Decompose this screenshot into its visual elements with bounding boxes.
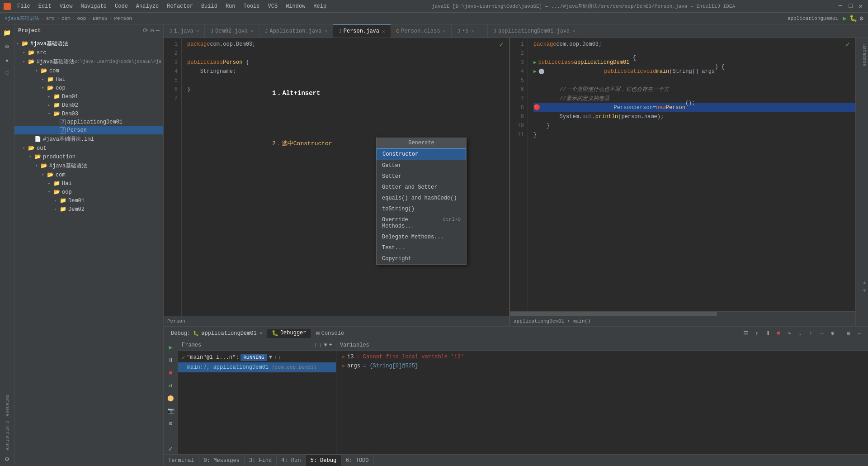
- tree-item-production[interactable]: ▾📂production: [14, 152, 163, 161]
- tab-Person-java[interactable]: JPerson.java✕: [333, 24, 391, 38]
- frame-down-arrow[interactable]: ↓: [278, 354, 281, 361]
- debug-tool-run-cursor[interactable]: →: [817, 328, 827, 338]
- menu-item-vcs[interactable]: VCS: [264, 2, 282, 10]
- debug-settings-btn[interactable]: ⚙: [165, 418, 176, 429]
- menu-item-equals-hashcode[interactable]: equals() and hashCode(): [377, 193, 466, 204]
- menu-item-run[interactable]: Run: [222, 2, 239, 10]
- menu-item-refactor[interactable]: Refactor: [163, 2, 197, 10]
- debug-tab-console[interactable]: ▤ Console: [311, 329, 349, 338]
- left-code-editor[interactable]: ✓ 1234567 package com.oop.Dem03; public …: [164, 38, 510, 326]
- menu-item-build[interactable]: Build: [198, 2, 221, 10]
- bottom-tab-0--Messages[interactable]: 0: Messages: [199, 455, 245, 466]
- variable-args[interactable]: ⊙ args = {String[0]@525}: [336, 361, 868, 371]
- menu-item-setter[interactable]: Setter: [377, 171, 466, 182]
- menu-item-window[interactable]: Window: [282, 2, 309, 10]
- sync-icon[interactable]: ⟳: [143, 27, 148, 34]
- tab-1-java[interactable]: J1.java✕: [164, 24, 205, 38]
- thread-dropdown-icon[interactable]: ▼: [269, 354, 272, 361]
- tab-Person-class[interactable]: CPerson.class✕: [391, 24, 452, 38]
- frame-item[interactable]: main:7, applicationgDem01 (com.oop.Dem03…: [178, 362, 336, 372]
- tab-Dem02-java[interactable]: JDem02.java✕: [205, 24, 259, 38]
- tree-item-Hai[interactable]: ▸📁Hai: [14, 179, 163, 188]
- debug-run-button[interactable]: 🐛: [849, 14, 857, 22]
- menu-item-view[interactable]: View: [56, 2, 76, 10]
- editor-tabs[interactable]: J1.java✕JDem02.java✕JApplication.java✕JP…: [164, 24, 868, 38]
- bottom-tabs-bar[interactable]: Terminal0: Messages3: Find4: Run5: Debug…: [164, 454, 868, 466]
- tree-item--java----[interactable]: ▾📂#java基础语法: [14, 39, 163, 48]
- frames-up-icon[interactable]: ↑: [314, 342, 317, 348]
- frames-add-icon[interactable]: +: [329, 342, 332, 348]
- bottom-tab-3--Find[interactable]: 3: Find: [245, 455, 277, 466]
- variables-list[interactable]: ⊗ i3 = Cannot find local variable 'i3' ⊙…: [336, 351, 868, 454]
- debug-tool-evaluate[interactable]: ⊕: [828, 328, 838, 338]
- tree-item-Dem02[interactable]: ▸📁Dem02: [14, 205, 163, 214]
- menu-item-copyright[interactable]: Copyright: [377, 253, 466, 264]
- collapse-icon[interactable]: —: [156, 27, 160, 34]
- variable-i3[interactable]: ⊗ i3 = Cannot find local variable 'i3': [336, 352, 868, 361]
- debug-breakpoint-btn[interactable]: ⬤: [165, 393, 176, 404]
- debug-tabs-bar[interactable]: Debug: 🐛 applicationgDem01 ✕ 🐛 Debugger …: [164, 327, 868, 340]
- tab-close-button[interactable]: ✕: [325, 28, 328, 34]
- menu-item-code[interactable]: Code: [111, 2, 132, 10]
- right-code-content[interactable]: 123 ▶4 567891011 package com.oop.Dem03; …: [510, 38, 855, 311]
- tree-item-Dem02[interactable]: ▸📁Dem02: [14, 101, 163, 109]
- tree-item-Dem03[interactable]: ▾📂Dem03: [14, 109, 163, 118]
- tree-item-com[interactable]: ▾📂com: [14, 67, 163, 75]
- settings-icon[interactable]: ⚙: [150, 27, 154, 34]
- menu-item-tostring[interactable]: toString(): [377, 204, 466, 214]
- tab-close-button[interactable]: ✕: [572, 28, 576, 34]
- generate-context-menu[interactable]: Generate Constructor Getter Setter Gette…: [376, 138, 467, 265]
- z-structure-button[interactable]: Z-Structure: [1, 420, 14, 452]
- menu-item-delegate[interactable]: Delegate Methods...: [377, 232, 466, 243]
- menu-item-override[interactable]: Override Methods...Ctrl+O: [377, 214, 466, 232]
- debug-rerun-btn[interactable]: ↺: [165, 380, 176, 391]
- right-code-lines[interactable]: package com.oop.Dem03; ▶ public class ap…: [528, 38, 855, 311]
- tab-Application-java[interactable]: JApplication.java✕: [259, 24, 333, 38]
- menu-item-getter-setter[interactable]: Getter and Setter: [377, 182, 466, 193]
- frame-nav-arrows[interactable]: ↑ ↓: [274, 354, 281, 361]
- bottom-tab-4--Run[interactable]: 4: Run: [277, 455, 306, 466]
- debug-expand-btn[interactable]: ⤢: [165, 443, 176, 454]
- build-button[interactable]: ⚙: [860, 14, 863, 22]
- tree-item-oop[interactable]: ▾📂oop: [14, 188, 163, 196]
- debug-resume-btn[interactable]: ▶: [165, 342, 176, 353]
- project-tree[interactable]: ▾📂#java基础语法▾📂src▾📂#java基础语法 D:\java-Lear…: [14, 37, 163, 466]
- tab-close-button[interactable]: ✕: [250, 28, 254, 34]
- menu-item-navigate[interactable]: Navigate: [77, 2, 110, 10]
- debug-close-icon[interactable]: ✕: [259, 330, 263, 337]
- debug-pause-btn[interactable]: ⏸: [165, 355, 176, 366]
- tree-item-Hai[interactable]: ▸📁Hai: [14, 75, 163, 84]
- thread-item[interactable]: ✓ "main"@1 i...n": RUNNING ▼ ↑ ↓: [178, 352, 336, 362]
- run-button[interactable]: ▶: [843, 14, 846, 22]
- debug-tool-stop[interactable]: ■: [774, 328, 783, 338]
- tab-close-button[interactable]: ✕: [471, 28, 474, 34]
- debug-stop-btn[interactable]: ■: [165, 367, 176, 378]
- debug-tool-pause[interactable]: ⏸: [763, 328, 773, 338]
- project-view-button[interactable]: 📁: [1, 26, 14, 39]
- close-button[interactable]: ✕: [857, 2, 864, 10]
- tree-item-Dem01[interactable]: ▸📁Dem01: [14, 196, 163, 205]
- tree-item-oop[interactable]: ▾📂oop: [14, 84, 163, 92]
- tab-close-button[interactable]: ✕: [382, 29, 385, 34]
- minimize-button[interactable]: ─: [837, 2, 844, 10]
- tree-item-src[interactable]: ▾📂src: [14, 48, 163, 57]
- tab-close-button[interactable]: ✕: [196, 28, 199, 34]
- favorites-button[interactable]: ♡: [1, 67, 14, 80]
- bottom-tab-5--Debug[interactable]: 5: Debug: [306, 455, 341, 466]
- tree-item--java----[interactable]: ▾📂#java基础语法: [14, 161, 163, 171]
- structure-button[interactable]: ⚙: [1, 40, 14, 52]
- debug-tool-step-out[interactable]: ↑: [806, 328, 816, 338]
- frames-down-icon[interactable]: ↓: [319, 342, 322, 348]
- tab-applicationgDem01-java[interactable]: JapplicationgDem01.java✕: [488, 24, 581, 38]
- tree-item-com[interactable]: ▾📂com: [14, 171, 163, 179]
- database-button[interactable]: Database: [1, 392, 14, 419]
- debug-minimize-icon[interactable]: —: [854, 328, 864, 338]
- maximize-button[interactable]: □: [847, 2, 854, 10]
- bottom-tab-Terminal[interactable]: Terminal: [164, 455, 199, 466]
- tree-item-Person[interactable]: JPerson: [14, 126, 163, 134]
- tree-item--java----[interactable]: ▾📂#java基础语法 D:\java-Learning\Code\javaSE…: [14, 57, 163, 67]
- tree-item-Dem01[interactable]: ▸📁Dem01: [14, 92, 163, 101]
- settings-button[interactable]: ⚙: [1, 452, 14, 465]
- tree-item--java-----iml[interactable]: 📄#java基础语法.iml: [14, 134, 163, 144]
- debug-tool-step-into[interactable]: ↓: [795, 328, 805, 338]
